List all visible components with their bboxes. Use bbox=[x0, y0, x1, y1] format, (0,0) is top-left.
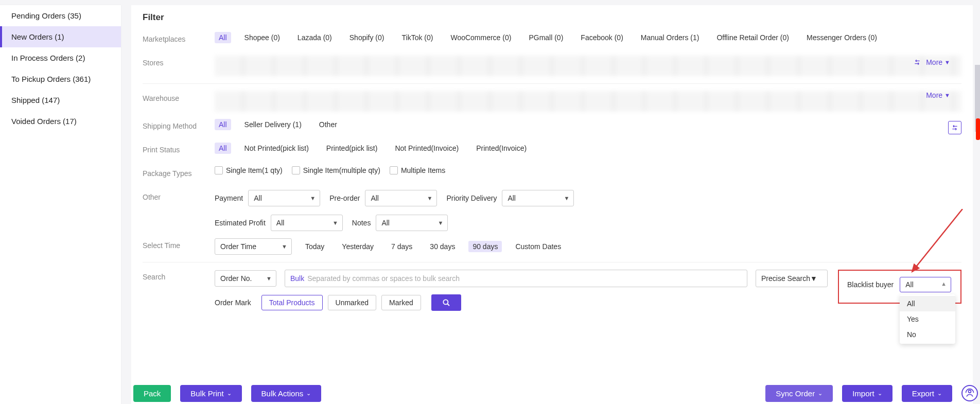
payment-label: Payment bbox=[215, 194, 243, 202]
search-field-select[interactable]: Order No.▼ bbox=[215, 270, 276, 287]
shipping-chip-all[interactable]: All bbox=[215, 119, 231, 130]
scrollbar-marker bbox=[976, 118, 980, 140]
chevron-down-icon: ▼ bbox=[944, 59, 950, 65]
blacklist-buyer-box: Blacklist buyer All ▼ All Yes No bbox=[838, 270, 961, 304]
print-chip[interactable]: Printed(Invoice) bbox=[472, 143, 531, 154]
marketplace-chip[interactable]: Shopee (0) bbox=[240, 32, 284, 43]
search-input[interactable]: Bulk Separated by commas or spaces to bu… bbox=[285, 270, 747, 287]
time-yesterday[interactable]: Yesterday bbox=[338, 241, 378, 252]
marketplace-chip[interactable]: Shopify (0) bbox=[345, 32, 389, 43]
bulk-actions-button[interactable]: Bulk Actions⌄ bbox=[251, 385, 322, 402]
chevron-down-icon: ▼ bbox=[427, 195, 433, 201]
checkbox-icon[interactable] bbox=[215, 166, 223, 174]
time-today[interactable]: Today bbox=[301, 241, 328, 252]
sidebar-item-new-orders[interactable]: New Orders (1) bbox=[0, 26, 121, 47]
sidebar: Pending Orders (35) New Orders (1) In Pr… bbox=[0, 5, 121, 404]
marketplace-chip[interactable]: WooCommerce (0) bbox=[446, 32, 515, 43]
print-chip[interactable]: Printed(pick list) bbox=[322, 143, 382, 154]
pack-button[interactable]: Pack bbox=[133, 385, 171, 402]
stores-blurred bbox=[215, 56, 961, 76]
print-chip[interactable]: Not Printed(pick list) bbox=[240, 143, 313, 154]
blacklist-option-no[interactable]: No bbox=[900, 327, 955, 342]
preorder-select[interactable]: All▼ bbox=[365, 190, 437, 206]
time-30days[interactable]: 30 days bbox=[426, 241, 459, 252]
warehouse-more-link[interactable]: More ▼ bbox=[926, 91, 950, 99]
search-label: Search bbox=[143, 270, 215, 281]
package-types-label: Package Types bbox=[143, 166, 215, 178]
chevron-down-icon: ⌄ bbox=[818, 390, 822, 397]
chevron-down-icon: ⌄ bbox=[306, 390, 311, 397]
time-type-select[interactable]: Order Time▼ bbox=[215, 238, 292, 255]
pkg-single-multiqty[interactable]: Single Item(multiple qty) bbox=[292, 166, 380, 174]
pkg-single-1qty[interactable]: Single Item(1 qty) bbox=[215, 166, 283, 174]
blacklist-option-all[interactable]: All bbox=[900, 296, 955, 311]
import-button[interactable]: Import⌄ bbox=[842, 385, 892, 402]
stores-label: Stores bbox=[143, 56, 215, 67]
pkg-multi-items[interactable]: Multiple Items bbox=[390, 166, 445, 174]
profit-select[interactable]: All▼ bbox=[271, 215, 343, 231]
shipping-chip[interactable]: Seller Delivery (1) bbox=[240, 119, 306, 130]
mark-total-products[interactable]: Total Products bbox=[261, 295, 323, 310]
sidebar-item-in-process[interactable]: In Process Orders (2) bbox=[0, 47, 121, 68]
mark-unmarked[interactable]: Unmarked bbox=[328, 295, 377, 310]
checkbox-icon[interactable] bbox=[390, 166, 398, 174]
export-button[interactable]: Export⌄ bbox=[902, 385, 952, 402]
more-text: More bbox=[926, 91, 942, 99]
sidebar-item-to-pickup[interactable]: To Pickup Orders (361) bbox=[0, 68, 121, 90]
chevron-down-icon: ▼ bbox=[266, 275, 272, 282]
chevron-down-icon: ▼ bbox=[438, 220, 444, 226]
blacklist-select[interactable]: All ▼ bbox=[900, 277, 951, 292]
marketplace-chip[interactable]: TikTok (0) bbox=[397, 32, 437, 43]
marketplaces-options: All Shopee (0) Lazada (0) Shopify (0) Ti… bbox=[215, 32, 961, 43]
marketplace-chip[interactable]: Messenger Orders (0) bbox=[802, 32, 881, 43]
notes-select[interactable]: All▼ bbox=[376, 215, 448, 231]
bulk-print-button[interactable]: Bulk Print⌄ bbox=[180, 385, 241, 402]
notes-label: Notes bbox=[352, 219, 371, 227]
sidebar-item-shipped[interactable]: Shipped (147) bbox=[0, 90, 121, 111]
profit-label: Estimated Profit bbox=[215, 219, 266, 227]
select-time-label: Select Time bbox=[143, 238, 215, 250]
time-custom[interactable]: Custom Dates bbox=[511, 241, 565, 252]
sync-order-button[interactable]: Sync Order⌄ bbox=[765, 385, 833, 402]
stores-more-link[interactable]: More ▼ bbox=[911, 56, 950, 69]
warehouse-label: Warehouse bbox=[143, 91, 215, 102]
blacklist-option-yes[interactable]: Yes bbox=[900, 311, 955, 327]
print-status-label: Print Status bbox=[143, 143, 215, 154]
print-chip-all[interactable]: All bbox=[215, 143, 231, 154]
mark-marked[interactable]: Marked bbox=[381, 295, 421, 310]
search-button[interactable] bbox=[431, 294, 461, 311]
chevron-down-icon: ⌄ bbox=[937, 390, 942, 397]
marketplace-chip[interactable]: Facebook (0) bbox=[576, 32, 627, 43]
marketplace-chip[interactable]: Offline Retail Order (0) bbox=[712, 32, 793, 43]
sidebar-item-pending[interactable]: Pending Orders (35) bbox=[0, 5, 121, 26]
priority-select[interactable]: All▼ bbox=[502, 190, 574, 206]
bulk-tag: Bulk bbox=[290, 274, 304, 283]
marketplaces-label: Marketplaces bbox=[143, 32, 215, 43]
action-footer: Pack Bulk Print⌄ Bulk Actions⌄ Sync Orde… bbox=[131, 382, 980, 404]
sidebar-item-voided[interactable]: Voided Orders (17) bbox=[0, 111, 121, 132]
print-chip[interactable]: Not Printed(Invoice) bbox=[391, 143, 463, 154]
svg-point-2 bbox=[969, 390, 971, 393]
support-avatar-icon[interactable] bbox=[961, 385, 978, 401]
shipping-label: Shipping Method bbox=[143, 119, 215, 130]
marketplace-chip[interactable]: PGmall (0) bbox=[524, 32, 567, 43]
marketplace-chip[interactable]: Lazada (0) bbox=[293, 32, 336, 43]
marketplace-chip[interactable]: Manual Orders (1) bbox=[637, 32, 704, 43]
blacklist-label: Blacklist buyer bbox=[847, 280, 894, 289]
search-mode-select[interactable]: Precise Search▼ bbox=[756, 270, 828, 287]
chevron-down-icon: ▼ bbox=[944, 92, 950, 98]
payment-select[interactable]: All▼ bbox=[248, 190, 320, 206]
time-7days[interactable]: 7 days bbox=[387, 241, 416, 252]
shipping-chip[interactable]: Other bbox=[315, 119, 341, 130]
order-mark-label: Order Mark bbox=[215, 298, 251, 307]
other-label: Other bbox=[143, 190, 215, 201]
marketplace-chip-all[interactable]: All bbox=[215, 32, 231, 43]
warehouse-blurred bbox=[215, 91, 961, 112]
swap-icon[interactable] bbox=[948, 121, 961, 134]
chevron-down-icon: ▼ bbox=[310, 195, 316, 201]
checkbox-icon[interactable] bbox=[292, 166, 300, 174]
time-90days[interactable]: 90 days bbox=[468, 241, 502, 252]
blacklist-dropdown: All Yes No bbox=[900, 294, 955, 344]
swap-icon[interactable] bbox=[911, 56, 924, 69]
filter-panel: Filter Marketplaces All Shopee (0) Lazad… bbox=[131, 5, 973, 404]
